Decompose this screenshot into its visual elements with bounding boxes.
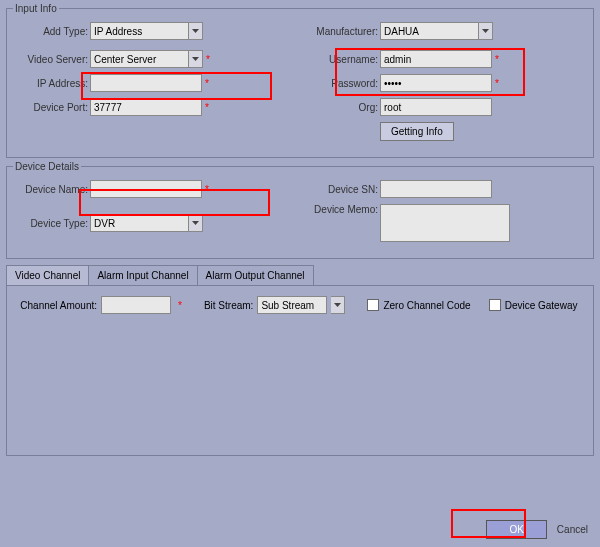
video-server-label: Video Server: [13,54,88,65]
device-gateway-checkbox[interactable] [489,299,501,311]
ok-button[interactable]: OK [486,520,546,539]
required-mark: * [205,102,209,113]
org-input[interactable] [380,98,492,116]
video-channel-panel: Channel Amount: * Bit Stream: Zero Chann… [6,286,594,456]
password-label: Password: [300,78,378,89]
add-type-label: Add Type: [13,26,88,37]
add-type-dropdown[interactable] [189,22,203,40]
svg-marker-3 [192,221,199,225]
username-input[interactable] [380,50,492,68]
input-info-group: Input Info Add Type: Manufacturer: Video… [6,3,594,158]
zero-channel-checkbox[interactable] [367,299,379,311]
device-details-group: Device Details Device Name: * Device SN:… [6,161,594,259]
dialog-buttons: OK Cancel [486,520,588,539]
device-memo-input[interactable] [380,204,510,242]
manufacturer-label: Manufacturer: [300,26,378,37]
ip-address-input[interactable] [90,74,202,92]
svg-marker-2 [192,57,199,61]
manufacturer-dropdown[interactable] [479,22,493,40]
device-name-label: Device Name: [13,184,88,195]
getting-info-button[interactable]: Getting Info [380,122,454,141]
username-label: Username: [300,54,378,65]
device-port-label: Device Port: [13,102,88,113]
ip-address-label: IP Address: [13,78,88,89]
device-sn-input[interactable] [380,180,492,198]
svg-marker-1 [482,29,489,33]
device-gateway-label: Device Gateway [505,300,578,311]
device-port-input[interactable] [90,98,202,116]
tab-alarm-output[interactable]: Alarm Output Channel [197,265,314,285]
svg-marker-0 [192,29,199,33]
video-server-select[interactable] [90,50,189,68]
device-details-legend: Device Details [13,161,81,172]
password-input[interactable] [380,74,492,92]
manufacturer-select[interactable] [380,22,479,40]
required-mark: * [205,78,209,89]
bit-stream-dropdown[interactable] [331,296,345,314]
device-type-dropdown[interactable] [189,214,203,232]
zero-channel-label: Zero Channel Code [383,300,470,311]
add-type-select[interactable] [90,22,189,40]
bit-stream-select[interactable] [257,296,327,314]
device-memo-label: Device Memo: [300,204,378,215]
input-info-legend: Input Info [13,3,59,14]
required-mark: * [178,300,182,311]
channel-tabs: Video Channel Alarm Input Channel Alarm … [6,265,594,286]
org-label: Org: [300,102,378,113]
device-type-label: Device Type: [13,218,88,229]
channel-amount-label: Channel Amount: [15,300,97,311]
required-mark: * [495,78,499,89]
device-sn-label: Device SN: [300,184,378,195]
svg-marker-4 [334,303,341,307]
tab-video-channel[interactable]: Video Channel [6,265,89,285]
video-server-dropdown[interactable] [189,50,203,68]
required-mark: * [495,54,499,65]
channel-amount-input[interactable] [101,296,171,314]
device-type-select[interactable] [90,214,189,232]
cancel-button[interactable]: Cancel [557,520,588,539]
required-mark: * [206,54,210,65]
required-mark: * [205,184,209,195]
tab-alarm-input[interactable]: Alarm Input Channel [88,265,197,285]
device-name-input[interactable] [90,180,202,198]
bit-stream-label: Bit Stream: [204,300,253,311]
